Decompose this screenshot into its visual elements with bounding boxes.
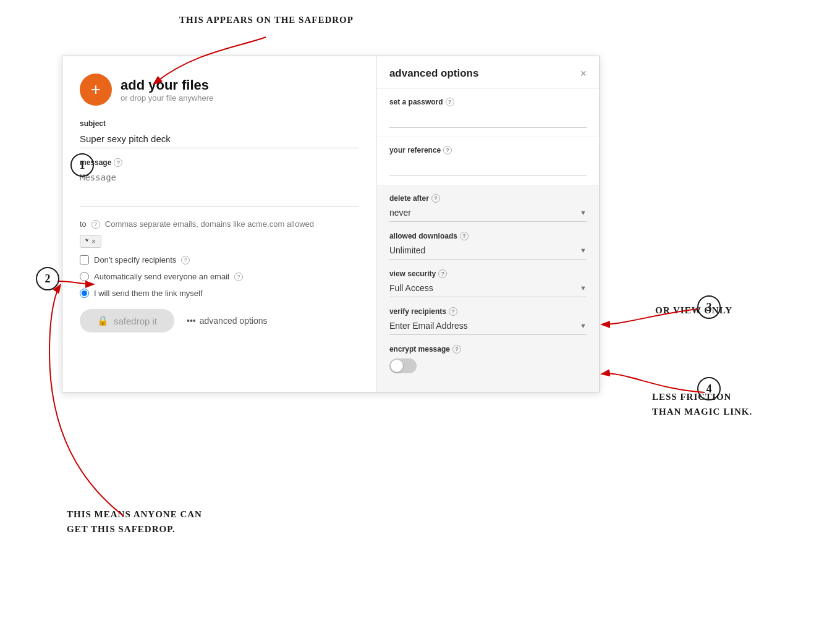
message-group: message ? bbox=[80, 158, 359, 210]
right-panel-title: advanced options bbox=[389, 67, 479, 80]
verify-recipients-group: verify recipients ? Enter Email Address … bbox=[389, 307, 587, 335]
subject-group: subject bbox=[80, 119, 359, 148]
to-input[interactable] bbox=[105, 219, 359, 229]
annotation-top: THIS APPEARS ON THE SAFEDROP bbox=[179, 15, 354, 25]
main-dialog: + add your files or drop your file anywh… bbox=[62, 56, 600, 392]
plus-icon: + bbox=[91, 81, 101, 98]
password-section: set a password ? bbox=[377, 89, 599, 137]
right-panel-header: advanced options × bbox=[377, 56, 599, 89]
tag-remove-icon[interactable]: × bbox=[91, 237, 96, 246]
send-myself-label: I will send them the link myself bbox=[94, 289, 203, 298]
dont-specify-checkbox[interactable] bbox=[80, 255, 89, 265]
allowed-downloads-select[interactable]: Unlimited ▼ bbox=[389, 245, 587, 260]
auto-send-radio[interactable] bbox=[80, 272, 89, 281]
view-security-label: view security ? bbox=[389, 269, 587, 278]
lock-icon: 🔒 bbox=[97, 315, 109, 326]
send-myself-radio[interactable] bbox=[80, 289, 89, 298]
circle-number-1: 1 bbox=[70, 153, 94, 177]
password-label: set a password ? bbox=[389, 98, 587, 106]
toggle-knob bbox=[391, 360, 403, 372]
dots-icon: ••• bbox=[187, 316, 196, 326]
dont-specify-label: Don't specify recipients bbox=[94, 255, 176, 265]
dont-specify-row: Don't specify recipients ? bbox=[80, 255, 359, 265]
message-label: message ? bbox=[80, 158, 359, 167]
delete-after-label: delete after ? bbox=[389, 194, 587, 203]
to-help-icon[interactable]: ? bbox=[91, 220, 100, 229]
view-security-help-icon[interactable]: ? bbox=[438, 269, 447, 278]
message-input[interactable] bbox=[80, 170, 359, 207]
reference-section: your reference ? bbox=[377, 137, 599, 185]
password-input[interactable] bbox=[389, 111, 587, 128]
allowed-downloads-value: Unlimited bbox=[389, 245, 425, 255]
subject-label: subject bbox=[80, 119, 359, 128]
reference-label: your reference ? bbox=[389, 146, 587, 154]
auto-send-label: Automatically send everyone an email bbox=[94, 272, 229, 281]
options-section: delete after ? never ▼ allowed downloads… bbox=[377, 185, 599, 392]
auto-send-row: Automatically send everyone an email ? bbox=[80, 272, 359, 281]
verify-recipients-value: Enter Email Address bbox=[389, 321, 468, 331]
delete-after-select[interactable]: never ▼ bbox=[389, 208, 587, 222]
encrypt-message-toggle-container bbox=[389, 358, 587, 373]
star-tag: * × bbox=[80, 235, 101, 248]
view-security-value: Full Access bbox=[389, 283, 433, 293]
right-panel: advanced options × set a password ? your… bbox=[377, 56, 599, 392]
left-panel: + add your files or drop your file anywh… bbox=[62, 56, 377, 392]
allowed-downloads-label: allowed downloads ? bbox=[389, 232, 587, 240]
bottom-bar: 🔒 safedrop it ••• advanced options bbox=[80, 309, 359, 332]
to-row: to ? bbox=[80, 219, 359, 229]
verify-recipients-select[interactable]: Enter Email Address ▼ bbox=[389, 321, 587, 335]
advanced-options-label: advanced options bbox=[200, 316, 268, 326]
reference-input[interactable] bbox=[389, 159, 587, 176]
circle-number-2: 2 bbox=[36, 267, 59, 290]
delete-after-group: delete after ? never ▼ bbox=[389, 194, 587, 222]
encrypt-message-label: encrypt message ? bbox=[389, 345, 587, 353]
close-button[interactable]: × bbox=[580, 68, 587, 79]
encrypt-message-group: encrypt message ? bbox=[389, 345, 587, 373]
delete-after-help-icon[interactable]: ? bbox=[431, 194, 440, 203]
allowed-downloads-group: allowed downloads ? Unlimited ▼ bbox=[389, 232, 587, 260]
upload-button[interactable]: + bbox=[80, 74, 112, 106]
upload-text: add your files or drop your file anywher… bbox=[121, 77, 213, 103]
delete-after-value: never bbox=[389, 208, 411, 218]
dont-specify-help-icon[interactable]: ? bbox=[181, 256, 190, 265]
subject-input[interactable] bbox=[80, 131, 359, 148]
annotation-bottom-left: THIS MEANS ANYONE CAN GET THIS SAFEDROP. bbox=[67, 507, 202, 536]
auto-send-help-icon[interactable]: ? bbox=[234, 273, 243, 281]
annotation-right-3: OR VIEW ONLY bbox=[655, 303, 732, 318]
upload-title: add your files bbox=[121, 77, 213, 93]
tag-row: * × bbox=[80, 235, 359, 255]
tag-value: * bbox=[85, 237, 88, 246]
annotation-right-4: LESS FRICTION THAN MAGIC LINK. bbox=[652, 389, 752, 419]
upload-area: + add your files or drop your file anywh… bbox=[80, 74, 359, 106]
verify-recipients-label: verify recipients ? bbox=[389, 307, 587, 316]
reference-help-icon[interactable]: ? bbox=[443, 146, 452, 154]
allowed-downloads-help-icon[interactable]: ? bbox=[460, 232, 469, 240]
view-security-arrow-icon: ▼ bbox=[580, 284, 587, 292]
view-security-select[interactable]: Full Access ▼ bbox=[389, 283, 587, 297]
view-security-group: view security ? Full Access ▼ bbox=[389, 269, 587, 297]
upload-subtitle: or drop your file anywhere bbox=[121, 93, 213, 103]
send-myself-row: I will send them the link myself bbox=[80, 289, 359, 298]
verify-recipients-help-icon[interactable]: ? bbox=[449, 307, 457, 316]
safedrop-label: safedrop it bbox=[114, 316, 157, 326]
encrypt-message-toggle[interactable] bbox=[389, 358, 417, 373]
delete-after-arrow-icon: ▼ bbox=[580, 209, 587, 216]
verify-recipients-arrow-icon: ▼ bbox=[580, 322, 587, 329]
safedrop-button[interactable]: 🔒 safedrop it bbox=[80, 309, 174, 332]
password-help-icon[interactable]: ? bbox=[446, 98, 454, 106]
to-label: to bbox=[80, 219, 87, 229]
allowed-downloads-arrow-icon: ▼ bbox=[580, 247, 587, 254]
message-help-icon[interactable]: ? bbox=[114, 158, 122, 167]
advanced-options-link[interactable]: ••• advanced options bbox=[187, 316, 267, 326]
encrypt-message-help-icon[interactable]: ? bbox=[452, 345, 461, 353]
